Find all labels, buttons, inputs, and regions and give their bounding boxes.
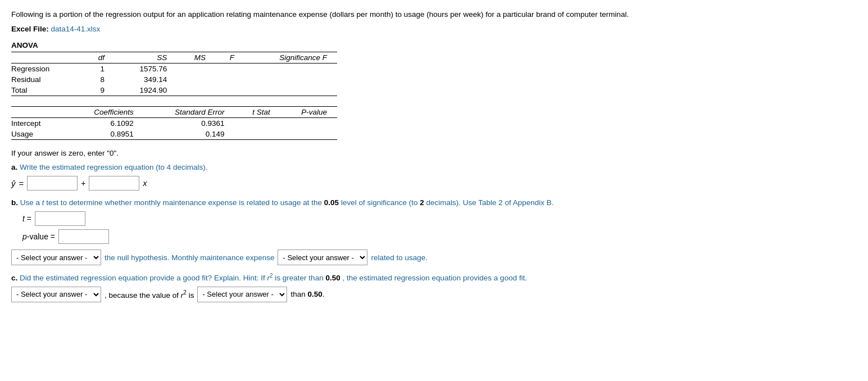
coef-usage-t (234, 129, 280, 140)
p-row: p-value = (22, 229, 857, 244)
part-c-answer-row: - Select your answer - Yes No , because … (11, 287, 857, 302)
coef-intercept-se: 0.9361 (144, 118, 235, 129)
part-c-label: c. (11, 274, 20, 282)
anova-row-regression: Regression 1 1575.76 (11, 64, 337, 75)
excel-label: Excel File: (11, 25, 49, 33)
x-symbol: x (143, 179, 147, 188)
anova-regression-ms (177, 64, 216, 75)
part-b-end-text: related to usage. (371, 253, 428, 262)
anova-regression-df: 1 (83, 64, 114, 75)
coef-col-tstat: t Stat (234, 107, 280, 118)
instruction-text: If your answer is zero, enter "0". (11, 149, 857, 157)
anova-row-total: Total 9 1924.90 (11, 85, 337, 96)
part-c-heading: c. Did the estimated regression equation… (11, 272, 857, 282)
part-a-label: a. (11, 163, 20, 171)
t-row: t = (22, 211, 857, 226)
coef-row-intercept: Intercept 6.1092 0.9361 (11, 118, 337, 129)
pval-input[interactable] (58, 229, 109, 244)
coef-usage-pval (280, 129, 337, 140)
yhat-symbol: ŷ (11, 179, 16, 188)
anova-residual-ss: 349.14 (115, 74, 177, 85)
part-b-section: b. Use a t test to determine whether mon… (11, 198, 857, 265)
equation-input-slope[interactable] (89, 176, 139, 190)
part-c-comma: , because the value of r2 is (104, 289, 194, 300)
anova-total-label: Total (11, 85, 83, 96)
part-c-section: c. Did the estimated regression equation… (11, 272, 857, 302)
part-a-heading: a. Write the estimated regression equati… (11, 163, 857, 171)
equation-input-intercept[interactable] (27, 176, 78, 190)
anova-total-ms (177, 85, 216, 96)
coef-col-pval: P-value (280, 107, 337, 118)
part-b-select1[interactable]: - Select your answer - Reject Do not rej… (11, 250, 101, 265)
part-c-text1: Did the estimated regression equation pr… (20, 274, 325, 282)
anova-col-ms: MS (177, 52, 216, 64)
part-b-bold2: 2 (420, 198, 424, 207)
excel-link[interactable]: data14-41.xlsx (51, 25, 101, 33)
anova-col-empty (11, 52, 83, 64)
t-label: t = (22, 214, 31, 223)
part-c-text3: , the estimated regression equation prov… (342, 274, 527, 282)
coef-col-se: Standard Error (144, 107, 235, 118)
part-b-label: b. (11, 198, 20, 207)
part-b-text2: level of significance (to (341, 198, 420, 207)
coef-col-coef: Coefficients (67, 107, 144, 118)
anova-total-sigf (244, 85, 337, 96)
anova-row-residual: Residual 8 349.14 (11, 74, 337, 85)
anova-regression-f (216, 64, 244, 75)
coef-row-usage: Usage 0.8951 0.149 (11, 129, 337, 140)
part-b-select2[interactable]: - Select your answer - is is not (278, 250, 367, 265)
coef-usage-se: 0.149 (144, 129, 235, 140)
anova-residual-df: 8 (83, 74, 114, 85)
part-c-bold1: 0.50 (325, 274, 340, 282)
anova-regression-ss: 1575.76 (115, 64, 177, 75)
part-b-text: Use a t test to determine whether monthl… (20, 198, 324, 207)
coef-col-empty (11, 107, 67, 118)
equation-row: ŷ = + x (11, 176, 857, 190)
coef-table: Coefficients Standard Error t Stat P-val… (11, 106, 337, 140)
anova-residual-sigf (244, 74, 337, 85)
anova-total-f (216, 85, 244, 96)
anova-regression-sigf (244, 64, 337, 75)
t-input[interactable] (35, 211, 85, 226)
part-c-select2[interactable]: - Select your answer - greater less (197, 287, 287, 302)
anova-residual-ms (177, 74, 216, 85)
plus-symbol: + (81, 179, 85, 188)
equals-symbol: = (19, 179, 24, 188)
intro-text: Following is a portion of the regression… (11, 9, 857, 20)
anova-col-df: df (83, 52, 114, 64)
coef-usage-label: Usage (11, 129, 67, 140)
anova-total-ss: 1924.90 (115, 85, 177, 96)
part-b-middle-text: the null hypothesis. Monthly maintenance… (104, 253, 274, 262)
anova-residual-label: Residual (11, 74, 83, 85)
anova-col-f: F (216, 52, 244, 64)
part-b-text3: decimals). Use Table 2 of Appendix B. (426, 198, 554, 207)
pval-label: p-value = (22, 232, 55, 241)
anova-col-ss: SS (115, 52, 177, 64)
coef-intercept-t (234, 118, 280, 129)
part-b-bold1: 0.05 (324, 198, 339, 207)
part-a-text: Write the estimated regression equation … (20, 163, 207, 171)
anova-table: df SS MS F Significance F Regression 1 1… (11, 52, 337, 96)
anova-col-sigf: Significance F (244, 52, 337, 64)
coef-intercept-pval (280, 118, 337, 129)
coef-intercept-label: Intercept (11, 118, 67, 129)
anova-residual-f (216, 74, 244, 85)
anova-total-df: 9 (83, 85, 114, 96)
part-b-heading: b. Use a t test to determine whether mon… (11, 198, 857, 207)
coef-usage-coef: 0.8951 (67, 129, 144, 140)
anova-regression-label: Regression (11, 64, 83, 75)
part-b-conclusion-row: - Select your answer - Reject Do not rej… (11, 250, 857, 265)
excel-line: Excel File: data14-41.xlsx (11, 25, 857, 33)
t-pval-block: t = p-value = (22, 211, 857, 244)
coef-intercept-coef: 6.1092 (67, 118, 144, 129)
anova-title: ANOVA (11, 41, 857, 49)
part-c-end: than 0.50. (290, 290, 324, 298)
part-c-select1[interactable]: - Select your answer - Yes No (11, 287, 101, 302)
